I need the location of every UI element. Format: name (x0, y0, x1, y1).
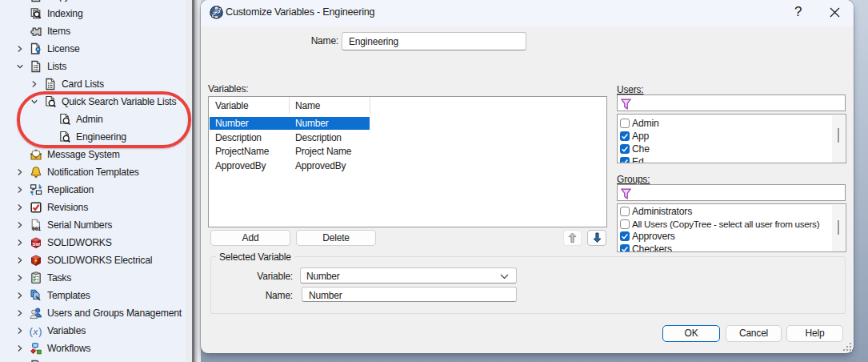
svg-text:001: 001 (32, 227, 41, 231)
svg-text:): ) (38, 325, 42, 337)
svg-text:SW: SW (33, 242, 41, 247)
